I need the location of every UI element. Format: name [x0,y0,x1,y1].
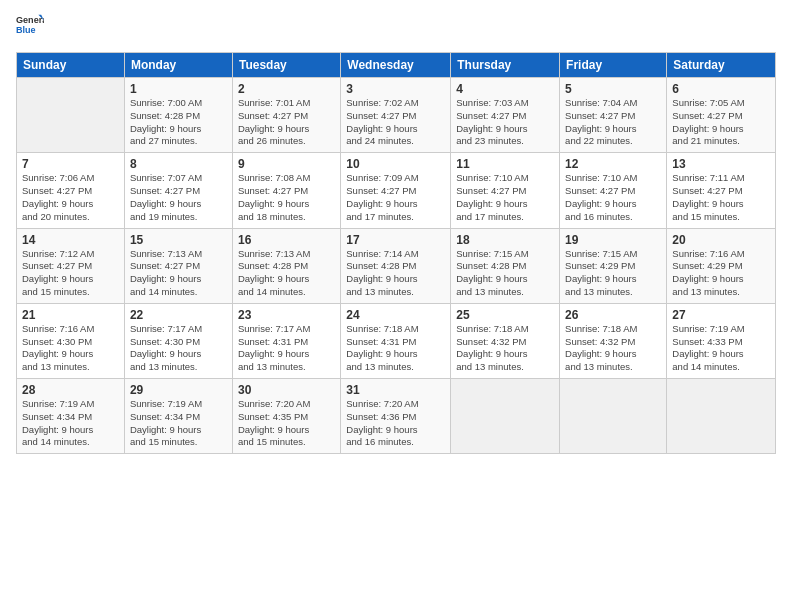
calendar-cell: 25Sunrise: 7:18 AMSunset: 4:32 PMDayligh… [451,303,560,378]
calendar-cell: 26Sunrise: 7:18 AMSunset: 4:32 PMDayligh… [560,303,667,378]
day-number: 14 [22,233,119,247]
day-info: Sunrise: 7:15 AMSunset: 4:29 PMDaylight:… [565,248,661,299]
day-info: Sunrise: 7:16 AMSunset: 4:29 PMDaylight:… [672,248,770,299]
day-number: 8 [130,157,227,171]
calendar-cell: 7Sunrise: 7:06 AMSunset: 4:27 PMDaylight… [17,153,125,228]
calendar-cell: 6Sunrise: 7:05 AMSunset: 4:27 PMDaylight… [667,78,776,153]
calendar-cell: 1Sunrise: 7:00 AMSunset: 4:28 PMDaylight… [124,78,232,153]
day-info: Sunrise: 7:13 AMSunset: 4:27 PMDaylight:… [130,248,227,299]
weekday-header-row: SundayMondayTuesdayWednesdayThursdayFrid… [17,53,776,78]
day-info: Sunrise: 7:18 AMSunset: 4:32 PMDaylight:… [565,323,661,374]
day-info: Sunrise: 7:00 AMSunset: 4:28 PMDaylight:… [130,97,227,148]
day-info: Sunrise: 7:09 AMSunset: 4:27 PMDaylight:… [346,172,445,223]
calendar-cell: 17Sunrise: 7:14 AMSunset: 4:28 PMDayligh… [341,228,451,303]
day-info: Sunrise: 7:05 AMSunset: 4:27 PMDaylight:… [672,97,770,148]
calendar-cell [667,379,776,454]
calendar-cell: 3Sunrise: 7:02 AMSunset: 4:27 PMDaylight… [341,78,451,153]
day-number: 9 [238,157,335,171]
day-number: 20 [672,233,770,247]
day-info: Sunrise: 7:19 AMSunset: 4:34 PMDaylight:… [22,398,119,449]
day-number: 1 [130,82,227,96]
day-number: 19 [565,233,661,247]
day-number: 16 [238,233,335,247]
day-number: 31 [346,383,445,397]
weekday-header-saturday: Saturday [667,53,776,78]
calendar-cell: 8Sunrise: 7:07 AMSunset: 4:27 PMDaylight… [124,153,232,228]
weekday-header-wednesday: Wednesday [341,53,451,78]
day-number: 26 [565,308,661,322]
day-info: Sunrise: 7:18 AMSunset: 4:32 PMDaylight:… [456,323,554,374]
calendar-cell: 28Sunrise: 7:19 AMSunset: 4:34 PMDayligh… [17,379,125,454]
day-info: Sunrise: 7:20 AMSunset: 4:35 PMDaylight:… [238,398,335,449]
calendar-cell: 30Sunrise: 7:20 AMSunset: 4:35 PMDayligh… [232,379,340,454]
calendar-week-row: 14Sunrise: 7:12 AMSunset: 4:27 PMDayligh… [17,228,776,303]
calendar-cell [451,379,560,454]
svg-text:General: General [16,15,44,25]
calendar-week-row: 21Sunrise: 7:16 AMSunset: 4:30 PMDayligh… [17,303,776,378]
logo: General Blue [16,12,44,46]
calendar-cell: 5Sunrise: 7:04 AMSunset: 4:27 PMDaylight… [560,78,667,153]
day-number: 27 [672,308,770,322]
calendar-cell: 29Sunrise: 7:19 AMSunset: 4:34 PMDayligh… [124,379,232,454]
day-number: 4 [456,82,554,96]
day-number: 21 [22,308,119,322]
calendar-cell: 19Sunrise: 7:15 AMSunset: 4:29 PMDayligh… [560,228,667,303]
calendar-cell: 18Sunrise: 7:15 AMSunset: 4:28 PMDayligh… [451,228,560,303]
calendar-cell: 20Sunrise: 7:16 AMSunset: 4:29 PMDayligh… [667,228,776,303]
calendar-week-row: 1Sunrise: 7:00 AMSunset: 4:28 PMDaylight… [17,78,776,153]
day-number: 2 [238,82,335,96]
day-info: Sunrise: 7:13 AMSunset: 4:28 PMDaylight:… [238,248,335,299]
day-info: Sunrise: 7:07 AMSunset: 4:27 PMDaylight:… [130,172,227,223]
weekday-header-tuesday: Tuesday [232,53,340,78]
day-info: Sunrise: 7:03 AMSunset: 4:27 PMDaylight:… [456,97,554,148]
day-info: Sunrise: 7:17 AMSunset: 4:30 PMDaylight:… [130,323,227,374]
day-info: Sunrise: 7:08 AMSunset: 4:27 PMDaylight:… [238,172,335,223]
day-number: 12 [565,157,661,171]
day-info: Sunrise: 7:06 AMSunset: 4:27 PMDaylight:… [22,172,119,223]
header: General Blue [16,12,776,46]
calendar-cell: 24Sunrise: 7:18 AMSunset: 4:31 PMDayligh… [341,303,451,378]
day-info: Sunrise: 7:16 AMSunset: 4:30 PMDaylight:… [22,323,119,374]
calendar-cell: 23Sunrise: 7:17 AMSunset: 4:31 PMDayligh… [232,303,340,378]
calendar-cell [17,78,125,153]
day-info: Sunrise: 7:17 AMSunset: 4:31 PMDaylight:… [238,323,335,374]
day-number: 5 [565,82,661,96]
day-number: 28 [22,383,119,397]
calendar-cell: 15Sunrise: 7:13 AMSunset: 4:27 PMDayligh… [124,228,232,303]
day-info: Sunrise: 7:19 AMSunset: 4:33 PMDaylight:… [672,323,770,374]
day-info: Sunrise: 7:14 AMSunset: 4:28 PMDaylight:… [346,248,445,299]
day-info: Sunrise: 7:10 AMSunset: 4:27 PMDaylight:… [456,172,554,223]
calendar-cell: 16Sunrise: 7:13 AMSunset: 4:28 PMDayligh… [232,228,340,303]
calendar-week-row: 28Sunrise: 7:19 AMSunset: 4:34 PMDayligh… [17,379,776,454]
day-info: Sunrise: 7:11 AMSunset: 4:27 PMDaylight:… [672,172,770,223]
day-number: 18 [456,233,554,247]
calendar-cell: 13Sunrise: 7:11 AMSunset: 4:27 PMDayligh… [667,153,776,228]
day-info: Sunrise: 7:19 AMSunset: 4:34 PMDaylight:… [130,398,227,449]
calendar-cell: 27Sunrise: 7:19 AMSunset: 4:33 PMDayligh… [667,303,776,378]
page-container: General Blue SundayMondayTuesdayWednesda… [0,0,792,464]
day-number: 7 [22,157,119,171]
weekday-header-friday: Friday [560,53,667,78]
calendar-cell: 21Sunrise: 7:16 AMSunset: 4:30 PMDayligh… [17,303,125,378]
weekday-header-monday: Monday [124,53,232,78]
day-info: Sunrise: 7:15 AMSunset: 4:28 PMDaylight:… [456,248,554,299]
day-info: Sunrise: 7:12 AMSunset: 4:27 PMDaylight:… [22,248,119,299]
calendar-cell: 31Sunrise: 7:20 AMSunset: 4:36 PMDayligh… [341,379,451,454]
day-number: 25 [456,308,554,322]
weekday-header-thursday: Thursday [451,53,560,78]
calendar-cell [560,379,667,454]
day-number: 11 [456,157,554,171]
day-number: 6 [672,82,770,96]
day-info: Sunrise: 7:18 AMSunset: 4:31 PMDaylight:… [346,323,445,374]
calendar-cell: 10Sunrise: 7:09 AMSunset: 4:27 PMDayligh… [341,153,451,228]
calendar-cell: 12Sunrise: 7:10 AMSunset: 4:27 PMDayligh… [560,153,667,228]
calendar-cell: 9Sunrise: 7:08 AMSunset: 4:27 PMDaylight… [232,153,340,228]
day-number: 30 [238,383,335,397]
calendar-cell: 14Sunrise: 7:12 AMSunset: 4:27 PMDayligh… [17,228,125,303]
calendar-table: SundayMondayTuesdayWednesdayThursdayFrid… [16,52,776,454]
day-number: 22 [130,308,227,322]
day-number: 29 [130,383,227,397]
weekday-header-sunday: Sunday [17,53,125,78]
svg-text:Blue: Blue [16,25,36,35]
day-number: 13 [672,157,770,171]
